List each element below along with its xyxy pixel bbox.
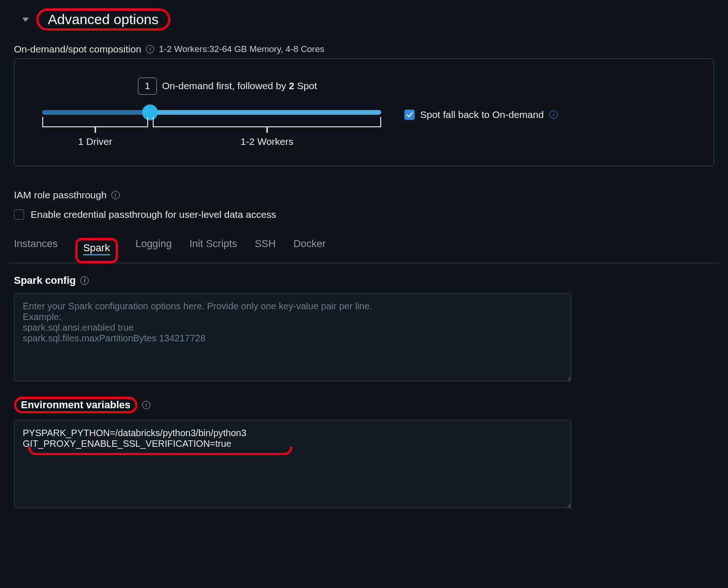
spark-config-section: Spark config i Environment variables i [9,263,719,510]
iam-checkbox-label: Enable credential passthrough for user-l… [31,209,276,220]
env-vars-label: Environment variables [21,399,130,411]
composition-summary: 1-2 Workers:32-64 GB Memory, 4-8 Cores [159,44,324,54]
driver-bracket [42,117,148,127]
slider-fill [42,110,150,115]
spark-config-label: Spark config [14,274,76,287]
composition-label-row: On-demand/spot composition i 1-2 Workers… [9,40,719,59]
advanced-options-title: Advanced options [48,12,159,27]
spark-config-textarea[interactable] [14,293,571,381]
tab-init-scripts[interactable]: Init Scripts [189,238,237,263]
slider-inline-label: On-demand first, followed by 2 Spot [162,80,317,91]
slider-tooltip: 1 [138,78,157,95]
info-icon[interactable]: i [146,45,154,53]
iam-label: IAM role passthrough [14,189,107,201]
tab-docker[interactable]: Docker [293,238,326,263]
info-icon[interactable]: i [142,401,150,409]
iam-section: IAM role passthrough i Enable credential… [9,180,719,229]
info-icon[interactable]: i [549,111,558,119]
tab-spark[interactable]: Spark [83,242,110,255]
inline-bold: 2 [289,80,294,91]
driver-label: 1 Driver [42,136,148,147]
composition-panel: 1 On-demand first, followed by 2 Spot 1 … [14,59,714,166]
info-icon[interactable]: i [111,191,120,199]
spot-fallback-checkbox[interactable] [404,110,415,120]
inline-suffix: Spot [294,80,317,91]
composition-label: On-demand/spot composition [14,44,141,55]
advanced-options-header[interactable]: Advanced options [9,0,719,40]
chevron-down-icon [22,18,29,22]
spot-fallback-checkbox-row: Spot fall back to On-demand i [404,109,558,120]
check-icon [406,111,413,118]
composition-slider[interactable]: 1 On-demand first, followed by 2 Spot 1 … [38,78,386,152]
tab-instances[interactable]: Instances [14,238,58,263]
tab-ssh[interactable]: SSH [255,238,276,263]
config-tabs: Instances Spark Logging Init Scripts SSH… [9,229,719,263]
spot-fallback-label: Spot fall back to On-demand [420,109,544,120]
workers-label: 1-2 Workers [153,136,381,147]
tab-logging[interactable]: Logging [136,238,172,263]
info-icon[interactable]: i [80,276,89,285]
inline-prefix: On-demand first, followed by [162,80,289,91]
env-vars-textarea[interactable] [14,420,571,508]
highlight-advanced-options: Advanced options [36,8,170,31]
iam-passthrough-checkbox[interactable] [14,209,24,220]
workers-bracket [153,117,381,127]
highlight-spark-tab: Spark [75,238,117,263]
highlight-env-vars-label: Environment variables [14,397,137,413]
